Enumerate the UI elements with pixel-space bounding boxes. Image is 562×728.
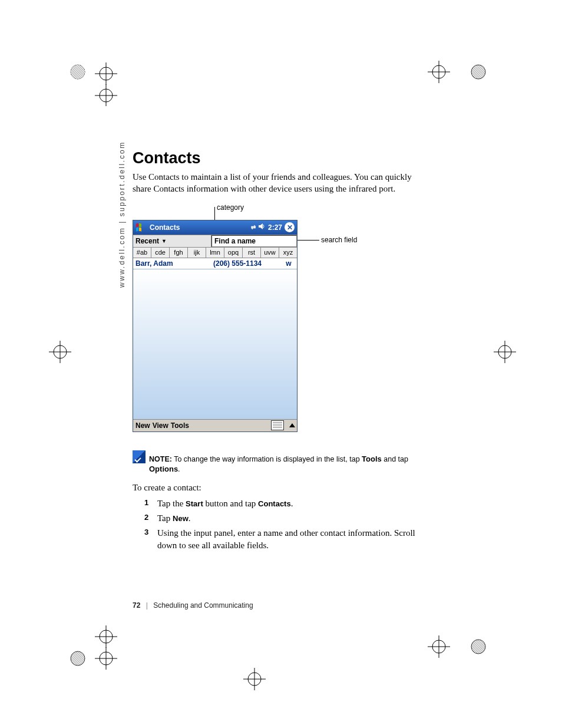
alpha-tab[interactable]: ijk xyxy=(188,248,206,258)
steps-list: Tap the Start button and tap Contacts. T… xyxy=(144,498,427,552)
registration-mark-mr xyxy=(492,339,518,365)
contact-list-area[interactable] xyxy=(133,269,297,423)
note-label: NOTE: xyxy=(149,455,172,463)
menu-new[interactable]: New xyxy=(135,421,150,430)
alpha-tab[interactable]: uvw xyxy=(261,248,279,258)
side-rail-text: www.dell.com | support.dell.com xyxy=(118,141,126,288)
category-dropdown[interactable]: Recent ▼ xyxy=(133,235,211,247)
chevron-down-icon: ▼ xyxy=(161,238,167,244)
alpha-tab[interactable]: xyz xyxy=(279,248,297,258)
svg-point-0 xyxy=(71,65,85,79)
svg-point-14 xyxy=(54,345,67,358)
callout-category: category xyxy=(217,203,244,212)
menu-bar: New View Tools xyxy=(133,419,297,431)
note-b1: Tools xyxy=(362,454,382,463)
note-t1: To change the way information is display… xyxy=(172,455,362,463)
figure-contacts-screenshot: category search field Contacts ⇄ 2:27 ✕ xyxy=(133,203,427,439)
windows-flag-icon[interactable] xyxy=(135,222,147,233)
registration-mark-br xyxy=(424,634,489,660)
note-t2: and tap xyxy=(382,455,408,463)
contact-row[interactable]: Barr, Adam (206) 555-1134 w xyxy=(133,258,297,269)
search-field[interactable] xyxy=(211,235,297,247)
step-3: Using the input panel, enter a name and … xyxy=(144,527,427,552)
step-2: Tap New. xyxy=(144,512,427,525)
svg-point-10 xyxy=(432,65,445,78)
speaker-icon[interactable] xyxy=(258,223,266,232)
registration-mark-bl xyxy=(65,625,121,672)
create-intro: To create a contact: xyxy=(133,483,427,493)
svg-point-17 xyxy=(498,345,511,358)
alpha-index: #ab cde fgh ijk lmn opq rst uvw xyz xyxy=(133,248,297,258)
menu-view[interactable]: View xyxy=(153,421,168,430)
svg-point-29 xyxy=(71,651,85,666)
search-input[interactable] xyxy=(211,235,297,247)
registration-mark-tr xyxy=(424,59,489,85)
note-b2: Options xyxy=(149,465,178,473)
category-value: Recent xyxy=(135,237,159,245)
title-bar-text: Contacts xyxy=(150,223,180,232)
up-arrow-icon[interactable] xyxy=(289,423,295,427)
alpha-tab[interactable]: opq xyxy=(224,248,243,258)
clock-time[interactable]: 2:27 xyxy=(268,223,282,232)
svg-point-4 xyxy=(100,67,113,80)
menu-tools[interactable]: Tools xyxy=(171,421,189,430)
svg-point-1 xyxy=(71,65,85,79)
title-bar: Contacts ⇄ 2:27 ✕ xyxy=(133,220,297,235)
connectivity-icon[interactable]: ⇄ xyxy=(251,224,256,230)
chapter-title: Scheduling and Communicating xyxy=(153,601,253,610)
keyboard-icon[interactable] xyxy=(271,420,284,430)
contact-phone: (206) 555-1134 xyxy=(192,259,283,268)
close-icon[interactable]: ✕ xyxy=(285,222,295,232)
callout-search: search field xyxy=(321,236,357,244)
alpha-tab[interactable]: fgh xyxy=(170,248,188,258)
alpha-tab[interactable]: lmn xyxy=(206,248,224,258)
registration-mark-tl xyxy=(65,59,121,106)
contact-name: Barr, Adam xyxy=(135,259,192,268)
registration-mark-bm xyxy=(242,666,268,693)
footer-separator: | xyxy=(146,601,148,610)
svg-point-7 xyxy=(100,89,113,102)
registration-mark-ml xyxy=(47,339,74,365)
page-footer: 72 | Scheduling and Communicating xyxy=(133,601,253,610)
filter-row: Recent ▼ xyxy=(133,235,297,248)
alpha-tab[interactable]: cde xyxy=(151,248,170,258)
intro-paragraph: Use Contacts to maintain a list of your … xyxy=(133,171,427,195)
svg-point-30 xyxy=(432,640,445,653)
alpha-tab[interactable]: #ab xyxy=(133,248,151,258)
contact-type: w xyxy=(283,259,295,268)
leader-line-search xyxy=(297,240,319,241)
svg-point-13 xyxy=(471,65,485,79)
svg-point-23 xyxy=(100,630,113,643)
alpha-tab[interactable]: rst xyxy=(243,248,261,258)
svg-point-20 xyxy=(248,673,261,686)
side-rail: www.dell.com | support.dell.com xyxy=(118,152,126,288)
svg-point-26 xyxy=(100,652,113,665)
note-icon xyxy=(133,450,146,463)
step-1: Tap the Start button and tap Contacts. xyxy=(144,498,427,510)
note-t3: . xyxy=(178,465,180,473)
device-screenshot: Contacts ⇄ 2:27 ✕ Recent ▼ xyxy=(133,220,297,432)
svg-point-33 xyxy=(471,640,485,654)
page-heading: Contacts xyxy=(133,149,427,167)
page-number: 72 xyxy=(133,601,140,610)
